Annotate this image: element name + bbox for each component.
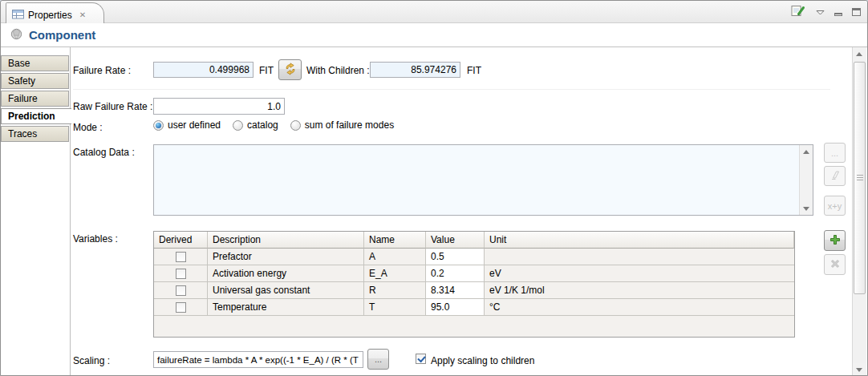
derived-cell [154,299,208,316]
view-toolbar [791,4,861,20]
delete-icon [829,258,841,272]
variables-label: Variables : [73,233,118,245]
failure-rate-value: 0.499968 [209,64,249,75]
variables-table: DerivedDescriptionNameValueUnit Prefacto… [153,231,795,338]
sidebar: BaseSafetyFailurePredictionTraces [1,55,71,144]
scaling-expression-input[interactable]: failureRate = lambda * A * exp((-1 * E_A… [153,351,363,368]
plus-icon [829,234,841,248]
add-variable-button[interactable] [824,230,846,251]
catalog-scrollbar[interactable] [799,145,813,215]
column-header-unit[interactable]: Unit [485,232,794,249]
derived-checkbox[interactable] [176,252,186,262]
with-children-value: 85.974276 [411,64,456,75]
scroll-down-button[interactable] [853,363,866,376]
properties-view: Properties ✕ Component BaseSafetyFailure… [0,0,868,376]
radio-icon[interactable] [233,120,243,131]
variable-row-e-a[interactable]: Activation energyE_A0.2eV [154,265,794,282]
horizontal-separator [73,89,830,90]
close-icon[interactable]: ✕ [79,11,86,19]
sidebar-tab-prediction[interactable]: Prediction [1,108,71,124]
catalog-data-textarea[interactable] [153,144,813,216]
column-header-name[interactable]: Name [364,232,426,249]
value-cell[interactable]: 8.314 [426,282,485,299]
variables-header-row: DerivedDescriptionNameValueUnit [154,232,794,249]
name-cell[interactable]: T [364,299,426,316]
mode-label: Mode : [73,122,103,133]
sidebar-tab-failure[interactable]: Failure [1,91,69,107]
page-title: Component [29,28,95,42]
name-cell[interactable]: E_A [364,265,426,282]
derived-cell [154,282,208,299]
sidebar-tab-safety[interactable]: Safety [1,73,69,89]
value-cell[interactable]: 95.0 [426,299,485,316]
delete-variable-button[interactable] [824,254,846,275]
variable-row-t[interactable]: TemperatureT95.0°C [154,299,794,316]
header-divider [1,46,867,47]
view-menu-icon[interactable] [816,6,825,18]
scroll-up-button[interactable] [853,47,866,60]
scroll-down-button[interactable] [800,202,813,215]
scaling-browse-button[interactable]: ... [367,349,389,370]
value-cell[interactable]: 0.5 [426,249,485,265]
variable-row-r[interactable]: Universal gas constantR8.314eV 1/K 1/mol [154,282,794,299]
raw-failure-rate-label: Raw Failure Rate : [73,101,152,112]
mode-option-catalog[interactable]: catalog [233,119,278,131]
radio-icon[interactable] [153,120,164,131]
derived-checkbox[interactable] [176,302,186,313]
raw-failure-rate-value: 1.0 [267,101,281,112]
derived-cell [154,265,208,282]
catalog-edit-button[interactable] [824,166,846,186]
tab-properties[interactable]: Properties ✕ [6,2,104,23]
catalog-formula-button[interactable]: x+y [824,196,846,216]
description-cell[interactable]: Universal gas constant [208,282,364,299]
apply-scaling-checkbox[interactable] [416,354,426,364]
unit-cell[interactable]: eV [485,265,794,282]
formula-label: x+y [828,201,842,211]
sidebar-tab-base[interactable]: Base [1,55,69,71]
refresh-icon [284,63,297,78]
description-cell[interactable]: Activation energy [208,265,364,282]
scrollbar-thumb[interactable] [854,62,866,294]
description-cell[interactable]: Prefactor [208,249,364,265]
column-header-derived[interactable]: Derived [154,232,208,249]
unit-cell[interactable]: eV 1/K 1/mol [485,282,794,299]
scroll-up-button[interactable] [800,145,813,158]
derived-checkbox[interactable] [176,269,186,279]
unit-cell[interactable] [485,249,794,265]
with-children-label: With Children : [306,65,370,76]
column-header-value[interactable]: Value [426,232,485,249]
scaling-expression-value: failureRate = lambda * A * exp((-1 * E_A… [157,355,359,365]
mode-option-sum-of-failure-modes[interactable]: sum of failure modes [290,119,394,131]
failure-rate-field[interactable]: 0.499968 [153,62,254,78]
name-cell[interactable]: A [364,249,426,265]
value-cell[interactable]: 0.2 [426,265,485,282]
catalog-browse-button[interactable]: ... [824,143,846,163]
scrollbar-grip [857,175,863,181]
tab-title: Properties [28,10,72,21]
pin-editor-icon[interactable] [791,4,806,20]
column-header-description[interactable]: Description [208,232,364,249]
variable-row-a[interactable]: PrefactorA0.5 [154,249,794,265]
unit-cell[interactable]: °C [485,299,794,316]
mode-radio-group: user definedcatalogsum of failure modes [153,119,394,131]
radio-option-label: catalog [247,119,278,131]
variables-body: PrefactorA0.5Activation energyE_A0.2eVUn… [154,249,794,316]
refresh-button[interactable] [278,59,302,80]
with-children-field[interactable]: 85.974276 [370,62,460,78]
radio-icon[interactable] [290,120,301,131]
properties-table-icon [12,9,24,22]
name-cell[interactable]: R [364,282,426,299]
raw-failure-rate-input[interactable]: 1.0 [153,98,285,115]
derived-checkbox[interactable] [176,285,186,296]
mode-option-user-defined[interactable]: user defined [153,119,221,131]
main-vertical-scrollbar[interactable] [852,47,866,376]
component-cube-icon [10,28,22,42]
derived-cell [154,249,208,265]
failure-rate-label: Failure Rate : [73,65,131,76]
sidebar-tab-traces[interactable]: Traces [1,126,69,142]
minimize-icon[interactable] [834,13,842,16]
scaling-label: Scaling : [73,355,110,366]
description-cell[interactable]: Temperature [208,299,364,316]
radio-option-label: user defined [168,119,221,131]
maximize-icon[interactable] [852,8,861,16]
